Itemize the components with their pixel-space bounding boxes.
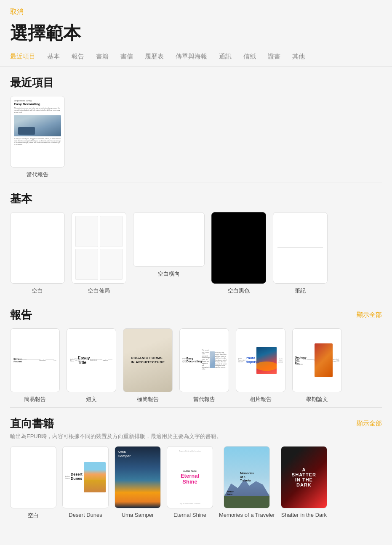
label-book-uma: Uma Samper [122,512,154,518]
nav-item-letters[interactable]: 書信 [120,53,133,61]
label-essay: 短文 [86,396,97,403]
template-thumb-book-memories: Memoriesof aTraveler AuthorName [224,446,270,508]
template-thumb-essay: Author Name Date Title Essay Title Subti… [67,328,116,392]
template-blank-horizontal[interactable]: 空白橫向 [133,212,205,295]
template-thumb-contemporary: Simple Home Styling Easy Decorating T he… [10,96,65,167]
reports-title: 報告 [10,308,32,322]
template-thumb-photo-report: Author Name · April 19, 2023 Photo Repor… [236,328,285,392]
template-book-blank[interactable]: 空白 [10,446,56,519]
template-thumb-blank-white [10,212,65,284]
nav-item-basic[interactable]: 基本 [47,53,60,61]
recent-section: 最近項目 Simple Home Styling Easy Decorating… [0,67,392,183]
template-thumb-blank-horizontal [133,212,205,267]
cancel-button[interactable]: 取消 [0,0,34,20]
template-blank-white[interactable]: 空白 [10,212,65,295]
template-organic[interactable]: ORGANIC FORMSIN ARCHITECTURE 極簡報告 [123,328,173,403]
basic-templates-row: 空白 空白佈局 空白橫向 空白黑色 [10,212,382,295]
label-note: 筆記 [295,287,306,295]
nav-item-recent[interactable]: 最近項目 [10,53,35,61]
template-thumb-term-paper: Geology 101 Rep... Subheading Author Nam… [292,328,342,392]
page-title: 選擇範本 [0,20,392,50]
nav-bar: 最近項目 基本 報告 書籍 書信 履歷表 傳單與海報 通訊 信紙 證書 其他 [0,50,392,67]
template-thumb-book-blank [10,446,56,508]
template-blank-black[interactable]: 空白黑色 [211,212,266,295]
template-thumb-blank-black [211,212,266,284]
template-term-paper[interactable]: Geology 101 Rep... Subheading Author Nam… [292,328,342,403]
label-book-shatter: Shatter in the Dark [281,512,327,518]
template-thumb-book-desert: Author Name Desert Dunes [62,446,109,508]
template-thumb-book-eternal: Tap or click to add a heading Author Nam… [167,446,213,508]
nav-item-other[interactable]: 其他 [292,53,305,61]
label-blank-black: 空白黑色 [228,287,250,295]
label-book-memories: Memories of a Traveler [219,512,275,518]
label-book-eternal: Eternal Shine [173,512,206,518]
label-blank-white: 空白 [32,287,43,295]
books-subtitle: 輸出為EPUB時，內容可根據不同的裝置及方向重新排版，最適用於主要為文字的書籍。 [10,433,382,440]
template-essay[interactable]: Author Name Date Title Essay Title Subti… [67,328,116,403]
nav-item-reports[interactable]: 報告 [72,53,84,61]
recent-templates-row: Simple Home Styling Easy Decorating T he… [10,96,382,178]
basic-section: 基本 空白 空白佈局 空白橫向 空白 [0,183,392,299]
label-book-desert: Desert Dunes [69,512,102,518]
basic-title: 基本 [10,191,32,206]
nav-item-resume[interactable]: 履歷表 [145,53,164,61]
template-thumb-organic: ORGANIC FORMSIN ARCHITECTURE [123,328,173,392]
nav-item-newsletter[interactable]: 通訊 [219,53,232,61]
template-recent-contemporary[interactable]: Simple Home Styling Easy Decorating T he… [10,96,65,178]
label-book-blank: 空白 [28,512,39,519]
reports-section: 報告 顯示全部 Simple Report Subtitle Heading P… [0,299,392,407]
label-organic: 極簡報告 [137,396,159,403]
template-thumb-simple-report: Simple Report Subtitle Heading Page [10,328,60,392]
template-thumb-current-report: Simple Home Styling Easy Decorating T he… [179,328,229,392]
template-thumb-book-shatter: ASHATTERIN THEDARK [281,446,327,508]
template-thumb-blank-layout [72,212,126,284]
nav-item-books[interactable]: 書籍 [96,53,109,61]
label-blank-horizontal: 空白橫向 [158,270,180,278]
nav-item-flyer[interactable]: 傳單與海報 [176,53,207,61]
template-book-eternal[interactable]: Tap or click to add a heading Author Nam… [167,446,213,519]
books-title: 直向書籍 [10,416,54,431]
template-current-report[interactable]: Simple Home Styling Easy Decorating T he… [179,328,229,403]
books-section: 直向書籍 顯示全部 輸出為EPUB時，內容可根據不同的裝置及方向重新排版，最適用… [0,408,392,524]
template-book-uma[interactable]: UmaSamper Uma Samper [115,446,161,519]
label-current-report: 當代報告 [193,396,215,403]
label-term-paper: 學期論文 [306,396,328,403]
reports-show-all[interactable]: 顯示全部 [357,311,382,319]
template-book-shatter[interactable]: ASHATTERIN THEDARK Shatter in the Dark [281,446,327,519]
nav-item-stationery[interactable]: 信紙 [243,53,256,61]
template-note[interactable]: 筆記 [273,212,328,295]
template-simple-report[interactable]: Simple Report Subtitle Heading Page 簡易報告 [10,328,60,403]
label-blank-layout: 空白佈局 [88,287,110,295]
template-blank-layout[interactable]: 空白佈局 [72,212,126,295]
reports-templates-row: Simple Report Subtitle Heading Page 簡易報告 [10,328,382,403]
label-simple-report: 簡易報告 [24,396,46,403]
template-thumb-book-uma: UmaSamper [115,446,161,508]
books-show-all[interactable]: 顯示全部 [357,420,382,428]
label-photo-report: 相片報告 [250,396,272,403]
template-thumb-note [273,212,328,284]
template-photo-report[interactable]: Author Name · April 19, 2023 Photo Repor… [236,328,285,403]
template-book-memories[interactable]: Memoriesof aTraveler AuthorName Memories… [219,446,275,519]
template-book-desert[interactable]: Author Name Desert Dunes Desert Dunes [62,446,109,519]
template-label-contemporary: 當代報告 [27,171,48,178]
books-templates-row: 空白 Author Name Desert Dunes Desert Dunes… [10,446,382,519]
recent-title: 最近項目 [10,75,54,90]
nav-item-certificate[interactable]: 證書 [268,53,280,61]
